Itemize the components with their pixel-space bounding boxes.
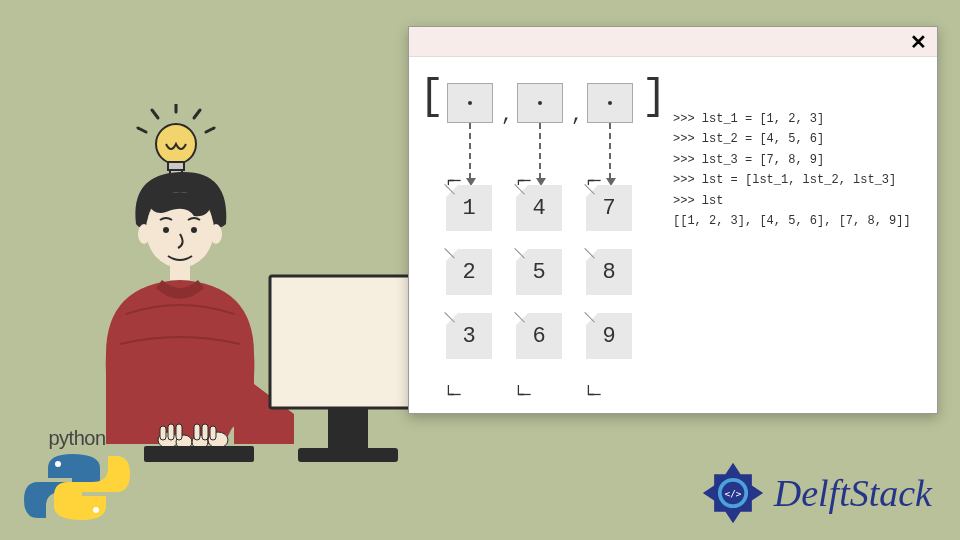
svg-line-4 bbox=[206, 128, 214, 132]
svg-line-3 bbox=[138, 128, 146, 132]
cell: 6 bbox=[516, 313, 562, 359]
code-line: >>> lst_2 = [4, 5, 6] bbox=[673, 132, 824, 146]
popup-window: ✕ [ , , ] ┌─ 1 2 3 └─ ┌─ bbox=[408, 26, 938, 414]
arrow-icon bbox=[609, 123, 611, 179]
code-line: [[1, 2, 3], [4, 5, 6], [7, 8, 9]] bbox=[673, 214, 911, 228]
delftstack-logo-text: DelftStack bbox=[774, 471, 932, 515]
cell: 2 bbox=[446, 249, 492, 295]
svg-point-12 bbox=[191, 227, 197, 233]
outer-slot-3 bbox=[587, 83, 633, 123]
comma: , bbox=[571, 103, 583, 126]
code-line: >>> lst = [lst_1, lst_2, lst_3] bbox=[673, 173, 896, 187]
python-logo-text: python bbox=[22, 427, 132, 450]
svg-line-1 bbox=[152, 110, 158, 118]
cell: 8 bbox=[586, 249, 632, 295]
code-line: >>> lst_3 = [7, 8, 9] bbox=[673, 153, 824, 167]
code-line: >>> lst bbox=[673, 194, 723, 208]
svg-rect-22 bbox=[202, 424, 208, 440]
cell: 5 bbox=[516, 249, 562, 295]
cell: 9 bbox=[586, 313, 632, 359]
python-logo: python bbox=[22, 427, 132, 526]
outer-slot-1 bbox=[447, 83, 493, 123]
window-content: [ , , ] ┌─ 1 2 3 └─ ┌─ 4 5 bbox=[409, 57, 937, 419]
titlebar: ✕ bbox=[409, 27, 937, 57]
svg-rect-18 bbox=[160, 426, 166, 440]
svg-rect-13 bbox=[170, 264, 190, 280]
svg-rect-26 bbox=[328, 408, 368, 448]
code-line: >>> lst_1 = [1, 2, 3] bbox=[673, 112, 824, 126]
cell: 4 bbox=[516, 185, 562, 231]
sublist-1: ┌─ 1 2 3 └─ bbox=[439, 185, 499, 391]
arrow-icon bbox=[539, 123, 541, 179]
close-icon[interactable]: ✕ bbox=[910, 32, 927, 52]
delftstack-logo: </> DelftStack bbox=[700, 460, 932, 526]
svg-rect-6 bbox=[168, 162, 184, 170]
nested-list-diagram: [ , , ] ┌─ 1 2 3 └─ ┌─ 4 5 bbox=[423, 73, 663, 403]
cell: 1 bbox=[446, 185, 492, 231]
svg-point-11 bbox=[163, 227, 169, 233]
cell: 3 bbox=[446, 313, 492, 359]
svg-rect-19 bbox=[168, 424, 174, 440]
sub-close-bracket: └─ bbox=[583, 385, 597, 405]
sub-close-bracket: └─ bbox=[443, 385, 457, 405]
sublist-2: ┌─ 4 5 6 └─ bbox=[509, 185, 569, 391]
svg-rect-24 bbox=[144, 446, 254, 462]
python-snakes-icon bbox=[22, 452, 132, 522]
outer-open-bracket: [ bbox=[419, 73, 444, 121]
svg-text:</>: </> bbox=[724, 488, 741, 499]
python-repl-output: >>> lst_1 = [1, 2, 3] >>> lst_2 = [4, 5,… bbox=[663, 73, 923, 403]
svg-point-10 bbox=[210, 224, 222, 244]
svg-line-2 bbox=[194, 110, 200, 118]
sublist-3: ┌─ 7 8 9 └─ bbox=[579, 185, 639, 391]
svg-rect-20 bbox=[176, 424, 182, 440]
outer-slot-2 bbox=[517, 83, 563, 123]
delftstack-emblem-icon: </> bbox=[700, 460, 766, 526]
svg-point-28 bbox=[55, 461, 61, 467]
arrow-icon bbox=[469, 123, 471, 179]
cell: 7 bbox=[586, 185, 632, 231]
svg-point-29 bbox=[93, 507, 99, 513]
comma: , bbox=[501, 103, 513, 126]
svg-rect-23 bbox=[210, 426, 216, 440]
svg-rect-21 bbox=[194, 424, 200, 440]
svg-rect-27 bbox=[298, 448, 398, 462]
sub-close-bracket: └─ bbox=[513, 385, 527, 405]
outer-close-bracket: ] bbox=[642, 73, 667, 121]
svg-rect-25 bbox=[270, 276, 426, 408]
svg-point-9 bbox=[138, 224, 150, 244]
